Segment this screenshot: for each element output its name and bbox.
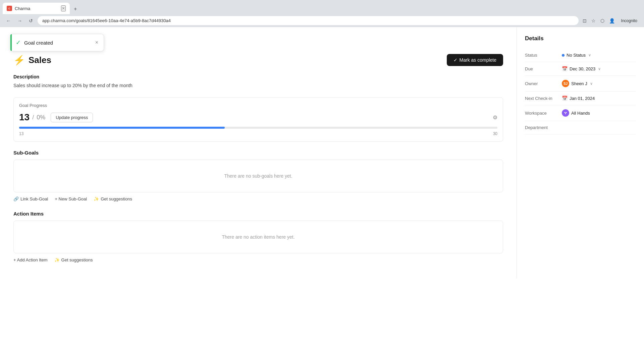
progress-track: [19, 127, 497, 129]
main-layout: ⚡ Sales ✓ Mark as complete Description S…: [0, 27, 644, 279]
toast-message: Goal created: [24, 40, 92, 46]
browser-toolbar: ← → ↺ ⊡ ☆ ⬡ 👤 Incognito: [0, 14, 644, 27]
progress-separator: /: [32, 114, 34, 121]
progress-min-label: 13: [19, 131, 23, 136]
action-items-section: Action Items There are no action items h…: [13, 211, 503, 262]
checkin-label: Next Check-in: [525, 96, 562, 101]
reload-button[interactable]: ↺: [27, 17, 35, 25]
workspace-name: All Hands: [571, 111, 590, 116]
description-text: Sales should increase up to 20% by the e…: [13, 82, 503, 89]
back-button[interactable]: ←: [4, 17, 13, 25]
action-items-title: Action Items: [13, 211, 503, 217]
toast-notification: ✓ Goal created ×: [10, 34, 104, 51]
mark-complete-button[interactable]: ✓ Mark as complete: [447, 54, 503, 66]
status-value[interactable]: No Status ∨: [562, 53, 591, 58]
get-suggestions-action-button[interactable]: ✨ Get suggestions: [54, 257, 93, 262]
progress-current: 13: [19, 112, 30, 123]
action-items-empty-text: There are no action items here yet.: [222, 234, 294, 240]
sub-goals-empty: There are no sub-goals here yet.: [13, 160, 503, 192]
cast-icon[interactable]: ⊡: [581, 17, 588, 25]
owner-value[interactable]: SJ Sheen J ∨: [562, 80, 593, 87]
mark-complete-label: Mark as complete: [460, 57, 496, 63]
profile-icon[interactable]: 👤: [608, 17, 616, 25]
due-row: Due 📅 Dec 30, 2023 ∨: [525, 62, 636, 76]
svg-point-3: [565, 112, 566, 113]
page-content: ✓ Goal created × ⚡ Sales ✓ Mark as compl…: [0, 27, 644, 362]
update-progress-button[interactable]: Update progress: [51, 113, 93, 122]
page-title-row: ⚡ Sales: [13, 55, 51, 66]
owner-name: Sheen J: [571, 81, 587, 86]
add-action-item-button[interactable]: + Add Action Item: [13, 257, 48, 262]
svg-point-4: [566, 112, 567, 113]
page-title: Sales: [29, 55, 51, 65]
progress-settings-button[interactable]: ⚙: [493, 114, 497, 121]
progress-max-label: 30: [493, 131, 497, 136]
workspace-label: Workspace: [525, 111, 562, 116]
due-value[interactable]: 📅 Dec 30, 2023 ∨: [562, 66, 601, 71]
sub-goals-actions: 🔗 Link Sub-Goal + New Sub-Goal ✨ Get sug…: [13, 196, 503, 201]
checkin-row: Next Check-in 📅 Jan 01, 2024: [525, 92, 636, 105]
forward-button[interactable]: →: [15, 17, 24, 25]
due-date-text: Dec 30, 2023: [570, 66, 595, 71]
progress-bar: [19, 127, 497, 129]
due-chevron: ∨: [598, 67, 601, 71]
status-text: No Status: [567, 53, 586, 58]
close-tab-button[interactable]: ✕: [61, 5, 66, 11]
action-items-actions: + Add Action Item ✨ Get suggestions: [13, 257, 503, 262]
content-area: ⚡ Sales ✓ Mark as complete Description S…: [0, 27, 517, 279]
status-indicator: [562, 54, 565, 57]
sub-goals-section: Sub-Goals There are no sub-goals here ye…: [13, 150, 503, 201]
department-label: Department: [525, 125, 562, 130]
toolbar-right: ⊡ ☆ ⬡ 👤 Incognito: [581, 17, 640, 25]
owner-chevron: ∨: [590, 81, 593, 86]
favicon: C: [7, 6, 12, 11]
new-sub-goal-button[interactable]: + New Sub-Goal: [55, 196, 87, 201]
bookmark-icon[interactable]: ☆: [590, 17, 597, 25]
progress-header: Goal Progress: [19, 103, 497, 108]
incognito-button[interactable]: Incognito: [618, 17, 640, 24]
new-tab-button[interactable]: +: [71, 4, 79, 14]
details-title: Details: [525, 35, 636, 42]
tab-title: Charma: [15, 6, 58, 11]
due-calendar-icon: 📅: [562, 66, 568, 71]
sub-goals-title: Sub-Goals: [13, 150, 503, 156]
goal-progress-card: Goal Progress 13 / 0% Update progress ⚙ …: [13, 97, 503, 142]
checkin-date-text: Jan 01, 2024: [570, 96, 595, 101]
address-bar[interactable]: [38, 16, 579, 25]
workspace-icon: [562, 109, 569, 117]
progress-labels: 13 30: [19, 131, 497, 136]
goal-icon: ⚡: [13, 55, 25, 66]
link-sub-goal-button[interactable]: 🔗 Link Sub-Goal: [13, 196, 48, 201]
extension-icon[interactable]: ⬡: [599, 17, 606, 25]
status-label: Status: [525, 53, 562, 58]
action-items-empty: There are no action items here yet.: [13, 221, 503, 253]
link-icon: 🔗: [13, 196, 19, 201]
due-label: Due: [525, 66, 562, 71]
browser-chrome: C Charma ✕ + ← → ↺ ⊡ ☆ ⬡ 👤 Incognito: [0, 0, 644, 27]
progress-fill: [19, 127, 225, 129]
suggestions-icon: ✨: [94, 196, 99, 201]
progress-values-row: 13 / 0% Update progress ⚙: [19, 112, 497, 123]
description-label: Description: [13, 74, 503, 79]
active-tab[interactable]: C Charma ✕: [3, 3, 70, 14]
status-chevron: ∨: [588, 53, 591, 57]
progress-percent: 0%: [37, 114, 45, 121]
sub-goals-empty-text: There are no sub-goals here yet.: [224, 173, 292, 179]
svg-point-2: [563, 111, 568, 115]
checkin-calendar-icon: 📅: [562, 96, 568, 101]
owner-row: Owner SJ Sheen J ∨: [525, 76, 636, 92]
toast-close-button[interactable]: ×: [95, 40, 98, 46]
workspace-value[interactable]: All Hands: [562, 109, 590, 117]
suggestions-icon-2: ✨: [54, 257, 60, 262]
status-row: Status No Status ∨: [525, 49, 636, 62]
svg-text:C: C: [8, 7, 10, 10]
toast-success-icon: ✓: [16, 39, 21, 46]
toast-border: [10, 34, 12, 51]
svg-point-5: [565, 113, 566, 114]
details-sidebar: Details Status No Status ∨ Due 📅 Dec 30,…: [517, 27, 644, 279]
description-section: Description Sales should increase up to …: [13, 74, 503, 89]
owner-label: Owner: [525, 81, 562, 86]
checkin-value[interactable]: 📅 Jan 01, 2024: [562, 96, 595, 101]
get-suggestions-sub-button[interactable]: ✨ Get suggestions: [94, 196, 132, 201]
owner-avatar: SJ: [562, 80, 569, 87]
